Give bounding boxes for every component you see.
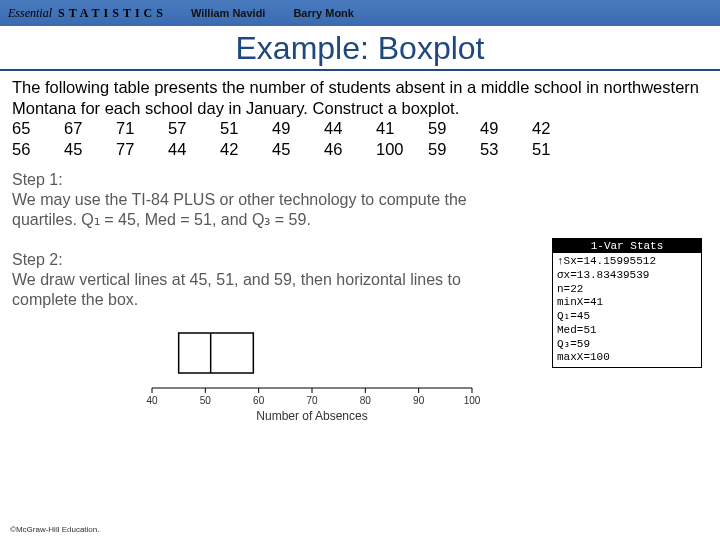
calculator-body: ↑Sx=14.15995512 σx=13.83439539 n=22 minX… xyxy=(553,253,701,367)
page-title: Example: Boxplot xyxy=(0,30,720,67)
data-row: 56 45 77 44 42 45 46 100 59 53 51 xyxy=(12,139,708,160)
data-cell: 59 xyxy=(428,139,480,160)
data-cell: 51 xyxy=(532,139,584,160)
svg-rect-16 xyxy=(179,333,254,373)
calculator-row: Q₃=59 xyxy=(557,338,697,352)
step1-label: Step 1: xyxy=(12,170,472,190)
prompt-text: The following table presents the number … xyxy=(12,77,708,118)
calculator-title: 1-Var Stats xyxy=(553,239,701,253)
data-cell: 44 xyxy=(168,139,220,160)
calculator-output: 1-Var Stats ↑Sx=14.15995512 σx=13.834395… xyxy=(552,238,702,368)
data-cell: 53 xyxy=(480,139,532,160)
step2-label: Step 2: xyxy=(12,250,472,270)
step2-text: We draw vertical lines at 45, 51, and 59… xyxy=(12,270,472,310)
title-underline xyxy=(0,69,720,71)
data-cell: 42 xyxy=(220,139,272,160)
calculator-row: σx=13.83439539 xyxy=(557,269,697,283)
data-cell: 59 xyxy=(428,118,480,139)
author-2: Barry Monk xyxy=(293,7,354,19)
svg-text:50: 50 xyxy=(200,395,212,406)
svg-text:60: 60 xyxy=(253,395,265,406)
data-cell: 45 xyxy=(64,139,116,160)
brand-main: STATISTICS xyxy=(58,6,167,21)
data-cell: 56 xyxy=(12,139,64,160)
boxplot-chart: 405060708090100Number of Absences xyxy=(132,318,492,428)
calculator-row: Q₁=45 xyxy=(557,310,697,324)
data-cell: 65 xyxy=(12,118,64,139)
steps: Step 1: We may use the TI-84 PLUS or oth… xyxy=(12,170,472,310)
data-cell: 44 xyxy=(324,118,376,139)
svg-text:Number of Absences: Number of Absences xyxy=(256,409,367,423)
brand-prefix: Essential xyxy=(8,6,52,21)
svg-text:80: 80 xyxy=(360,395,372,406)
data-cell: 45 xyxy=(272,139,324,160)
calculator-row: maxX=100 xyxy=(557,351,697,365)
authors: William Navidi Barry Monk xyxy=(191,7,354,19)
step1-text: We may use the TI-84 PLUS or other techn… xyxy=(12,190,472,230)
data-cell: 100 xyxy=(376,139,428,160)
data-cell: 41 xyxy=(376,118,428,139)
data-cell: 49 xyxy=(272,118,324,139)
svg-text:90: 90 xyxy=(413,395,425,406)
svg-text:100: 100 xyxy=(464,395,481,406)
data-cell: 77 xyxy=(116,139,168,160)
calculator-row: minX=41 xyxy=(557,296,697,310)
author-1: William Navidi xyxy=(191,7,265,19)
calculator-row: ↑Sx=14.15995512 xyxy=(557,255,697,269)
data-cell: 51 xyxy=(220,118,272,139)
data-cell: 67 xyxy=(64,118,116,139)
calculator-row: n=22 xyxy=(557,283,697,297)
data-cell: 57 xyxy=(168,118,220,139)
header-bar: Essential STATISTICS William Navidi Barr… xyxy=(0,0,720,26)
data-cell: 71 xyxy=(116,118,168,139)
copyright: ©McGraw-Hill Education. xyxy=(10,525,99,534)
data-row: 65 67 71 57 51 49 44 41 59 49 42 xyxy=(12,118,708,139)
calculator-row: Med=51 xyxy=(557,324,697,338)
svg-text:70: 70 xyxy=(306,395,318,406)
data-cell: 49 xyxy=(480,118,532,139)
data-cell: 42 xyxy=(532,118,584,139)
data-cell: 46 xyxy=(324,139,376,160)
svg-text:40: 40 xyxy=(146,395,158,406)
brand: Essential STATISTICS xyxy=(8,6,167,21)
